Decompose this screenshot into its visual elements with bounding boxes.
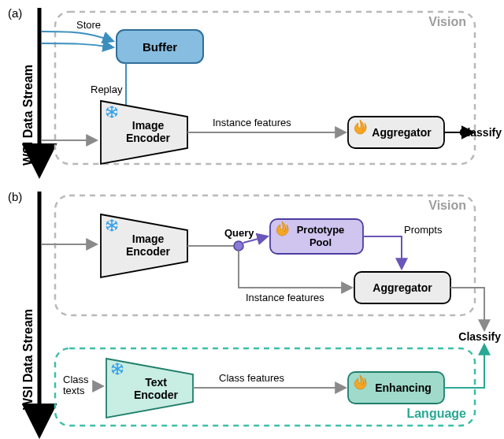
panel-a-id: (a) bbox=[8, 6, 22, 20]
enhancing-label: Enhancing bbox=[375, 381, 432, 394]
classify-label-a: Classify bbox=[459, 126, 502, 139]
class-features-label: Class features bbox=[219, 372, 285, 384]
vision-title-b: Vision bbox=[428, 199, 466, 212]
architecture-diagram: (a) WSI Data Stream Vision Store Buffer … bbox=[0, 0, 504, 439]
data-stream-label-b: WSI Data Stream bbox=[21, 309, 35, 410]
store-label: Store bbox=[76, 19, 101, 31]
image-encoder-a-label1: Image bbox=[132, 119, 165, 132]
buffer-label: Buffer bbox=[143, 40, 177, 54]
instance-features-label-a: Instance features bbox=[213, 117, 291, 128]
panel-b-id: (b) bbox=[8, 190, 22, 203]
instance-features-edge-b bbox=[239, 251, 351, 288]
text-encoder-label2: Encoder bbox=[134, 389, 179, 401]
image-encoder-a-label2: Encoder bbox=[126, 132, 171, 144]
class-texts-label1: Class bbox=[63, 374, 89, 385]
instance-features-label-b: Instance features bbox=[246, 292, 324, 303]
classify-label-b: Classify bbox=[458, 330, 501, 343]
data-stream-label-a: WSI Data Stream bbox=[21, 65, 35, 166]
class-texts-label2: texts bbox=[63, 385, 85, 396]
prototype-pool-label2: Pool bbox=[309, 236, 332, 248]
language-title: Language bbox=[406, 407, 466, 420]
aggregator-a-label: Aggregator bbox=[372, 126, 432, 139]
vision-title-a: Vision bbox=[428, 15, 466, 28]
query-node bbox=[234, 241, 243, 251]
enhancing-out-edge bbox=[444, 345, 484, 388]
image-encoder-b-label1: Image bbox=[132, 233, 165, 245]
prompts-edge bbox=[363, 236, 402, 268]
replay-label: Replay bbox=[91, 84, 123, 95]
query-label: Query bbox=[224, 227, 254, 239]
prototype-pool-label1: Prototype bbox=[297, 224, 345, 236]
aggregator-out-b bbox=[450, 288, 484, 329]
text-encoder-label1: Text bbox=[145, 376, 167, 389]
store-edge-1 bbox=[41, 32, 113, 41]
aggregator-b-label: Aggregator bbox=[372, 281, 432, 294]
image-encoder-b-label2: Encoder bbox=[126, 245, 171, 258]
store-edge-2 bbox=[41, 43, 113, 47]
prompts-label: Prompts bbox=[404, 224, 443, 236]
